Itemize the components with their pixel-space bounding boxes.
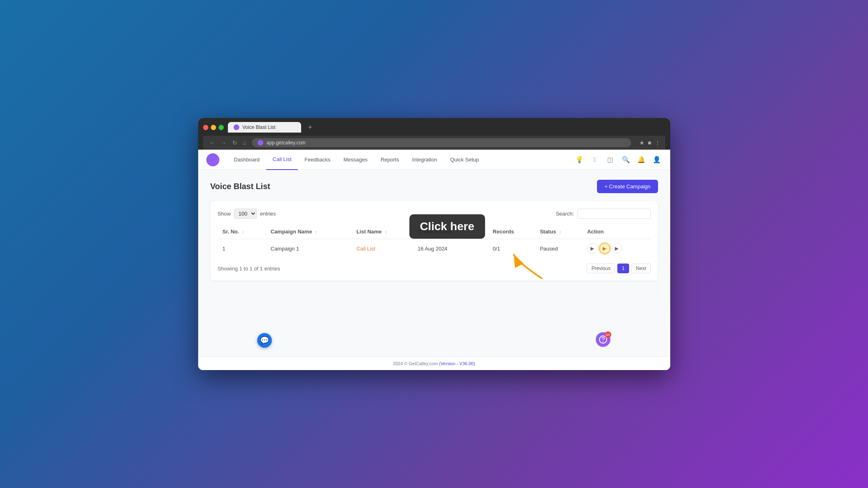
nav-item-messages[interactable]: Messages: [337, 150, 374, 170]
footer: 2024 © GetCalley.com (Version - V36.00): [198, 357, 670, 370]
address-bar: ← → ↻ ⌂ app.getcalley.com ★ ■ ⋮: [203, 136, 665, 150]
tab-favicon-icon: [234, 124, 239, 130]
action-icons: ▶ ▶ ▶: [587, 243, 646, 254]
page-header: Voice Blast List + Create Campaign: [210, 180, 658, 193]
col-action-label: Action: [587, 229, 603, 235]
grid-icon[interactable]: ◫: [605, 155, 616, 165]
tab-title: Voice Blast List: [243, 124, 275, 130]
play-action-button[interactable]: ▶: [599, 243, 610, 254]
more-action-button[interactable]: ▶: [612, 243, 622, 254]
table-section: Show 100 25 50 entries Search:: [210, 201, 658, 281]
show-label: Show: [218, 211, 231, 217]
reload-button[interactable]: ↻: [231, 139, 239, 147]
back-button[interactable]: ←: [208, 139, 217, 147]
showing-text: Showing 1 to 1 of 1 entries: [218, 266, 280, 272]
nav-item-call-list[interactable]: Call List: [266, 150, 298, 170]
search-icon[interactable]: 🔍: [621, 155, 631, 165]
entries-select[interactable]: 100 25 50: [234, 209, 257, 219]
list-name-link[interactable]: Call List: [356, 246, 375, 252]
forward-button[interactable]: →: [219, 139, 228, 147]
svg-point-2: [603, 341, 603, 342]
col-campaign-name-label: Campaign Name: [271, 229, 312, 235]
table-header: Sr. No. ↕ Campaign Name ↕ List Name ↕: [218, 224, 651, 239]
col-header-status[interactable]: Status ↕: [535, 224, 582, 239]
top-nav: Dashboard Call List Feedbacks Messages R…: [198, 150, 670, 170]
col-header-records[interactable]: Records: [488, 224, 535, 239]
browser-chrome: Voice Blast List + ← → ↻ ⌂ app.getcalley…: [198, 118, 670, 150]
app-logo[interactable]: [206, 153, 219, 166]
close-window-button[interactable]: [203, 125, 208, 130]
sort-icon: ↕: [385, 230, 387, 234]
col-status-label: Status: [540, 229, 556, 235]
sort-icon: ↕: [559, 230, 561, 234]
notification-badge: 44: [605, 331, 611, 338]
search-input[interactable]: [577, 209, 651, 219]
col-creation-date-label: Creation Date: [418, 229, 452, 235]
cell-status: Paused: [535, 239, 582, 258]
apple-icon[interactable]: : [590, 155, 600, 165]
browser-tab[interactable]: Voice Blast List: [228, 122, 301, 133]
nav-item-dashboard[interactable]: Dashboard: [227, 150, 267, 170]
footer-copyright: 2024 © GetCalley.com: [393, 361, 438, 366]
col-header-list-name[interactable]: List Name ↕: [352, 224, 413, 239]
sort-icon: ↕: [455, 230, 457, 234]
page-number-button[interactable]: 1: [617, 264, 629, 273]
col-header-sr-no[interactable]: Sr. No. ↕: [218, 224, 266, 239]
col-records-label: Records: [493, 229, 514, 235]
previous-page-button[interactable]: Previous: [587, 264, 615, 273]
entries-label: entries: [260, 211, 276, 217]
table-body: 1 Campaign 1 Call List 16 Aug 2024 0/1 P…: [218, 239, 651, 258]
traffic-lights: [203, 125, 224, 130]
minimize-window-button[interactable]: [211, 125, 216, 130]
search-box: Search:: [556, 209, 651, 219]
home-button[interactable]: ⌂: [241, 139, 248, 147]
lightbulb-icon[interactable]: 💡: [574, 155, 585, 165]
next-page-button[interactable]: Next: [632, 264, 651, 273]
help-button[interactable]: 44: [595, 331, 611, 348]
cell-creation-date: 16 Aug 2024: [413, 239, 488, 258]
footer-version[interactable]: (Version - V36.00): [439, 361, 475, 366]
cell-campaign-name: Campaign 1: [266, 239, 352, 258]
chat-button[interactable]: 💬: [257, 333, 272, 348]
nav-item-quick-setup[interactable]: Quick Setup: [444, 150, 485, 170]
table-controls: Show 100 25 50 entries Search:: [218, 209, 651, 219]
page-title: Voice Blast List: [210, 182, 270, 191]
nav-item-feedbacks[interactable]: Feedbacks: [298, 150, 337, 170]
maximize-window-button[interactable]: [219, 125, 224, 130]
user-icon[interactable]: 👤: [652, 155, 662, 165]
site-favicon-icon: [258, 140, 263, 146]
col-header-action[interactable]: Action: [582, 224, 651, 239]
pagination: Previous 1 Next: [587, 264, 650, 273]
sort-icon: ↕: [242, 230, 244, 234]
star-icon[interactable]: ★: [639, 139, 645, 146]
nav-items: Dashboard Call List Feedbacks Messages R…: [227, 150, 574, 170]
menu-icon[interactable]: ⋮: [655, 139, 660, 146]
data-table: Sr. No. ↕ Campaign Name ↕ List Name ↕: [218, 224, 651, 258]
cell-sr-no: 1: [218, 239, 266, 258]
bell-icon[interactable]: 🔔: [636, 155, 647, 165]
nav-item-reports[interactable]: Reports: [374, 150, 406, 170]
extensions-icon[interactable]: ■: [648, 139, 651, 146]
show-entries: Show 100 25 50 entries: [218, 209, 276, 219]
address-field[interactable]: app.getcalley.com: [252, 138, 631, 147]
col-sr-no-label: Sr. No.: [223, 229, 239, 235]
nav-right-icons: 💡  ◫ 🔍 🔔 👤: [574, 155, 662, 165]
search-label: Search:: [556, 211, 574, 217]
add-tab-button[interactable]: +: [305, 122, 315, 133]
col-list-name-label: List Name: [356, 229, 382, 235]
table-footer: Showing 1 to 1 of 1 entries Previous 1 N…: [218, 264, 651, 273]
nav-item-integration[interactable]: Integration: [406, 150, 444, 170]
page-content: Voice Blast List + Create Campaign Show …: [198, 170, 670, 357]
address-text: app.getcalley.com: [267, 140, 306, 146]
cell-list-name[interactable]: Call List: [352, 239, 413, 258]
sort-icon: ↕: [315, 230, 317, 234]
create-campaign-button[interactable]: + Create Campaign: [597, 180, 658, 193]
table-row: 1 Campaign 1 Call List 16 Aug 2024 0/1 P…: [218, 239, 651, 258]
view-action-button[interactable]: ▶: [587, 243, 598, 254]
cell-records: 0/1: [488, 239, 535, 258]
col-header-campaign-name[interactable]: Campaign Name ↕: [266, 224, 352, 239]
cell-action: ▶ ▶ ▶: [582, 239, 651, 258]
col-header-creation-date[interactable]: Creation Date ↕: [413, 224, 488, 239]
